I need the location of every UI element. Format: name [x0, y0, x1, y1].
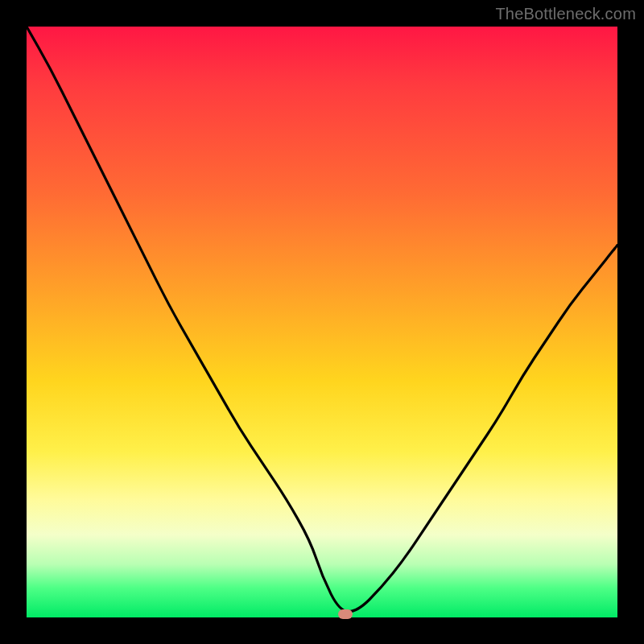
plot-area [27, 27, 617, 617]
optimum-marker [338, 609, 353, 619]
bottleneck-curve [27, 27, 617, 617]
chart-frame: TheBottleneck.com [0, 0, 644, 644]
attribution-text: TheBottleneck.com [495, 5, 636, 23]
